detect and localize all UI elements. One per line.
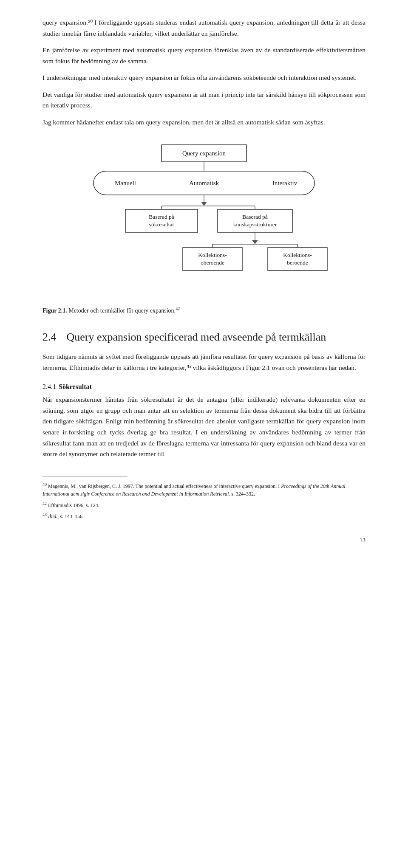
svg-rect-13 <box>125 209 198 232</box>
svg-marker-9 <box>201 202 207 206</box>
section-2-4-heading: 2.4 Query expansion specificerad med avs… <box>42 331 366 344</box>
footnote-divider <box>42 476 128 477</box>
subsection-2-4-1-body-1: När expansionstermer hämtas från sökresu… <box>42 394 366 459</box>
diagram-top-label: Query expansion <box>182 150 226 157</box>
diagram-container: Query expansion Manuell Automatisk Inter… <box>42 141 366 302</box>
diagram-sokresultat-label: Baserad på <box>149 214 174 220</box>
intro-paragraph-1: query expansion.²⁰ I föreliggande uppsat… <box>42 17 366 39</box>
footnote-40: 40 Magennis, M., van Rijsbergen, C. J. 1… <box>42 481 366 498</box>
figure-caption: Figur 2.1. Metoder och termkällor för qu… <box>42 306 366 314</box>
svg-text:kunskapsstrukturer: kunskapsstrukturer <box>233 221 277 228</box>
page: query expansion.²⁰ I föreliggande uppsat… <box>0 0 408 557</box>
svg-marker-18 <box>252 240 258 244</box>
svg-rect-22 <box>183 248 242 271</box>
subsection-2-4-1-heading: 2.4.1Sökresultat <box>42 383 366 391</box>
diagram-kollektions-oberoende-label: Kollektions- <box>198 252 227 258</box>
intro-paragraph-4: Det vanliga för studier med automatisk q… <box>42 89 366 111</box>
svg-rect-24 <box>268 248 327 271</box>
diagram-manuell-label: Manuell <box>115 180 136 186</box>
footnote-42: 42 Efthimiadis 1996, s. 124. <box>42 500 366 510</box>
svg-text:sökresultat: sökresultat <box>149 221 174 228</box>
diagram-kunskapsstrukturer-label: Baserad på <box>242 214 268 220</box>
footnote-43: 43 Ibid., s. 143–156. <box>42 511 366 521</box>
diagram-kollektions-beroende-label: Kollektions- <box>283 252 312 258</box>
diagram-interaktiv-label: Interaktiv <box>272 180 298 186</box>
diagram-automatisk-label: Automatisk <box>189 180 219 186</box>
intro-paragraph-3: I undersökningar med interaktiv query ex… <box>42 72 366 83</box>
svg-text:beroende: beroende <box>287 259 308 266</box>
svg-rect-15 <box>218 209 292 232</box>
svg-text:oberoende: oberoende <box>201 259 224 266</box>
intro-paragraph-2: En jämförelse av experiment med automati… <box>42 45 366 66</box>
diagram-svg: Query expansion Manuell Automatisk Inter… <box>60 141 348 302</box>
intro-paragraph-5: Jag kommer hädanefter endast tala om que… <box>42 117 366 128</box>
page-number: 13 <box>360 537 366 544</box>
section-2-4-body-1: Som tidigare nämnts är syftet med föreli… <box>42 351 366 373</box>
